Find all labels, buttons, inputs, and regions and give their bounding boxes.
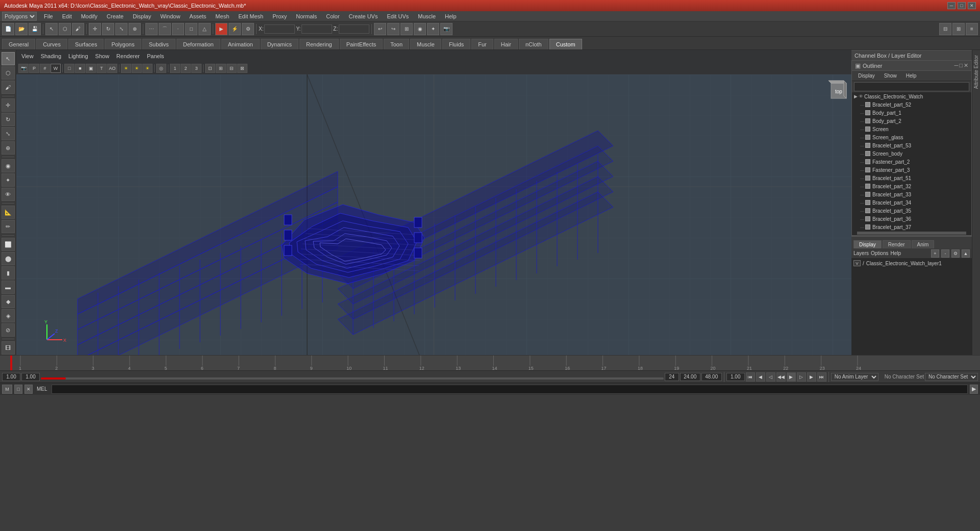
menu-edituvs[interactable]: Edit UVs	[383, 12, 413, 20]
maximize-button[interactable]: □	[958, 2, 966, 9]
menu-normals[interactable]: Normals	[292, 12, 321, 20]
tab-general[interactable]: General	[2, 39, 35, 49]
vp-cam-btn[interactable]: 📷	[18, 64, 29, 73]
lasso-btn[interactable]: ⬡	[59, 23, 71, 35]
character-set-select[interactable]: No Character Set	[925, 373, 978, 381]
tab-dynamics[interactable]: Dynamics	[261, 39, 298, 49]
history2-btn[interactable]: ↪	[387, 23, 399, 35]
layer-up-btn[interactable]: ▲	[962, 249, 970, 258]
tool-paintsel[interactable]: 🖌	[2, 81, 15, 94]
menu-modify[interactable]: Modify	[77, 12, 102, 20]
outliner-item-7[interactable]: — Screen_body	[852, 149, 971, 158]
render-settings-btn[interactable]: ⚙	[242, 23, 254, 35]
outliner-minimize[interactable]: ─	[954, 62, 959, 69]
outliner-item-12[interactable]: — Bracelet_part_33	[852, 190, 971, 198]
attr-editor-label[interactable]: Attribute Editor	[973, 55, 979, 89]
menu-muscle[interactable]: Muscle	[414, 12, 440, 20]
snap-grid-btn[interactable]: ⋯	[145, 23, 158, 35]
vp-menu-panels[interactable]: Panels	[144, 52, 167, 60]
tab-fluids[interactable]: Fluids	[442, 39, 470, 49]
move-btn[interactable]: ✛	[89, 23, 101, 35]
vp-extra1-btn[interactable]: ⊡	[205, 64, 215, 73]
save-file-btn[interactable]: 💾	[29, 23, 41, 35]
z-input[interactable]	[339, 24, 369, 34]
outliner-item-8[interactable]: — Fastener_part_2	[852, 158, 971, 166]
sculpt-btn[interactable]: ✦	[427, 23, 439, 35]
render-btn[interactable]: ▶	[215, 23, 228, 35]
tab-deformation[interactable]: Deformation	[177, 39, 220, 49]
speed-input[interactable]	[726, 373, 745, 381]
tab-hair[interactable]: Hair	[494, 39, 518, 49]
outliner-item-1[interactable]: — Bracelet_part_52	[852, 100, 971, 109]
snap-point-btn[interactable]: ·	[172, 23, 184, 35]
ipr-render-btn[interactable]: ⚡	[229, 23, 241, 35]
vp-shade3-btn[interactable]: ▣	[86, 64, 96, 73]
vp-ao-btn[interactable]: AO	[107, 64, 117, 73]
timeline[interactable]: 123456789101112131415161718192021222324	[0, 355, 980, 370]
tab-toon[interactable]: Toon	[384, 39, 409, 49]
tab-subdivs[interactable]: Subdivs	[142, 39, 175, 49]
vp-tex-btn[interactable]: T	[96, 64, 107, 73]
menu-assets[interactable]: Assets	[185, 12, 210, 20]
mel-icon-btn[interactable]: M	[2, 385, 12, 394]
menu-createuvs[interactable]: Create UVs	[345, 12, 382, 20]
tab-painteffects[interactable]: PaintEffects	[340, 39, 383, 49]
paint-btn[interactable]: 🖌	[72, 23, 84, 35]
play-back-btn[interactable]: ◀◀	[776, 372, 786, 382]
layer-opts-btn[interactable]: ⚙	[951, 249, 960, 258]
snap-curve-btn[interactable]: ⌒	[159, 23, 171, 35]
attribute-editor-sidebar[interactable]: Attribute Editor	[972, 50, 980, 355]
tab-custom[interactable]: Custom	[549, 39, 582, 49]
tool-measure[interactable]: 📐	[2, 206, 15, 219]
tool-select[interactable]: ↖	[2, 52, 15, 65]
layout-btn[interactable]: ⊟	[939, 23, 951, 35]
tab-muscle[interactable]: Muscle	[410, 39, 441, 49]
menu-edit[interactable]: Edit	[58, 12, 76, 20]
outliner-item-9[interactable]: — Fastener_part_3	[852, 166, 971, 174]
tool-plane[interactable]: ▬	[2, 281, 15, 294]
tool-cyl[interactable]: ▮	[2, 266, 15, 280]
outliner-item-16[interactable]: — Bracelet_part_37	[852, 223, 971, 231]
menu-window[interactable]: Window	[156, 12, 184, 20]
current-frame-input[interactable]	[21, 373, 40, 381]
start-frame-input[interactable]	[2, 373, 20, 381]
mode-dropdown[interactable]: Polygons	[2, 12, 37, 21]
outliner-item-4[interactable]: — Screen	[852, 125, 971, 133]
layers-menu-layers[interactable]: Layers	[853, 250, 869, 256]
tool-scale[interactable]: ⤡	[2, 127, 15, 140]
menu-color[interactable]: Color	[322, 12, 343, 20]
layer-item[interactable]: V / Classic_Electronic_Watch_layer1	[851, 259, 972, 268]
vp-menu-renderer[interactable]: Renderer	[113, 52, 143, 60]
menu-create[interactable]: Create	[103, 12, 128, 20]
outliner-close[interactable]: ✕	[964, 62, 968, 69]
prev-key-btn[interactable]: ◀	[756, 372, 765, 382]
vp-light2-btn[interactable]: ☀	[132, 64, 142, 73]
outliner-item-11[interactable]: — Bracelet_part_32	[852, 182, 971, 190]
tab-render[interactable]: Render	[883, 240, 911, 248]
tool-universal[interactable]: ⊕	[2, 141, 15, 155]
tool-anno[interactable]: ✏	[2, 220, 15, 233]
playback-track[interactable]	[41, 377, 664, 380]
next-frame-btn[interactable]: ▷	[797, 372, 806, 382]
soft-mod-btn[interactable]: ◉	[414, 23, 426, 35]
outliner-menu-help[interactable]: Help	[902, 72, 921, 80]
tab-ncloth[interactable]: nCloth	[519, 39, 548, 49]
camera-btn[interactable]: 📷	[440, 23, 453, 35]
tool-render-region[interactable]: 🎞	[2, 341, 15, 355]
menu-display[interactable]: Display	[129, 12, 155, 20]
outliner-item-15[interactable]: — Bracelet_part_36	[852, 215, 971, 223]
vp-extra2-btn[interactable]: ⊞	[216, 64, 226, 73]
new-layer-btn[interactable]: +	[931, 249, 939, 258]
menu-mesh[interactable]: Mesh	[211, 12, 233, 20]
tool-soft[interactable]: ◉	[2, 159, 15, 172]
layers-menu-options[interactable]: Options	[871, 250, 888, 256]
outliner-item-3[interactable]: — Body_part_2	[852, 117, 971, 125]
outliner-item-13[interactable]: — Bracelet_part_34	[852, 198, 971, 207]
vp-iso-btn[interactable]: ◎	[156, 64, 166, 73]
vp-menu-show[interactable]: Show	[92, 52, 113, 60]
tool-show[interactable]: 👁	[2, 188, 15, 201]
x-input[interactable]	[264, 24, 295, 34]
layers-menu-help[interactable]: Help	[890, 250, 901, 256]
construct-plane-btn[interactable]: ⊞	[400, 23, 413, 35]
del-layer-btn[interactable]: -	[941, 249, 949, 258]
